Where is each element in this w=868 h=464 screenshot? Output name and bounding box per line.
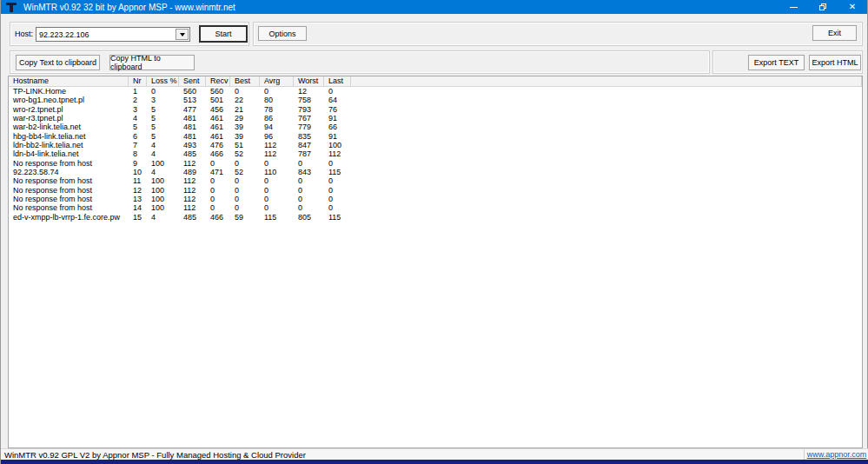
column-header-loss-[interactable]: Loss % [147, 76, 179, 86]
cell-value: 477 [179, 105, 206, 114]
table-row[interactable]: war-b2-link.telia.net55481461399477966 [9, 123, 862, 131]
column-header-recv[interactable]: Recv [206, 76, 230, 86]
host-dropdown-button[interactable] [176, 29, 189, 40]
column-header-sent[interactable]: Sent [179, 76, 206, 86]
cell-value: 560 [206, 87, 230, 96]
table-row[interactable]: TP-LINK.Home1056056000120 [9, 87, 862, 96]
cell-value: 15 [129, 213, 147, 222]
cell-value: 513 [179, 96, 206, 104]
column-header-nr[interactable]: Nr [129, 76, 147, 86]
cell-value: 0 [230, 87, 260, 96]
cell-value: 12 [294, 87, 324, 96]
column-header-hostname[interactable]: Hostname [9, 76, 129, 86]
cell-hostname: No response from host [9, 203, 129, 212]
cell-hostname: ed-v-xmpp-lb-vrrp-1.fe.core.pw [9, 213, 129, 222]
export-html-button[interactable]: Export HTML [809, 55, 861, 70]
appnor-link[interactable]: www.appnor.com [807, 450, 867, 459]
copy-text-button[interactable]: Copy Text to clipboard [16, 55, 100, 70]
table-row[interactable]: No response from host1410011200000 [9, 203, 862, 212]
cell-value: 0 [260, 159, 294, 168]
cell-value: 476 [206, 141, 230, 149]
table-row[interactable]: 92.223.58.7410448947152110843115 [9, 168, 862, 176]
cell-value: 10 [129, 168, 147, 176]
cell-value: 0 [147, 87, 179, 96]
column-header-best[interactable]: Best [230, 76, 260, 86]
cell-value: 481 [179, 114, 206, 123]
cell-value: 779 [294, 123, 324, 131]
restore-icon [819, 3, 826, 10]
table-row[interactable]: wro-bg1.neo.tpnet.pl23513501228075864 [9, 96, 862, 104]
start-button[interactable]: Start [199, 25, 248, 43]
cell-value: 0 [260, 203, 294, 212]
cell-value: 461 [206, 123, 230, 131]
restore-button[interactable] [808, 0, 838, 14]
column-header-worst[interactable]: Worst [294, 76, 324, 86]
statusbar-text: WinMTR v0.92 GPL V2 by Appnor MSP - Full… [1, 450, 804, 460]
host-input[interactable] [36, 28, 176, 41]
exit-button[interactable]: Exit [812, 25, 857, 41]
options-button[interactable]: Options [258, 26, 307, 41]
cell-value: 485 [179, 149, 206, 158]
cell-value: 501 [206, 96, 230, 104]
table-row[interactable]: wro-r2.tpnet.pl35477456217879376 [9, 105, 862, 114]
table-row[interactable]: No response from host1110011200000 [9, 176, 862, 185]
cell-value: 112 [179, 176, 206, 185]
cell-value: 489 [179, 168, 206, 176]
cell-value: 5 [147, 123, 179, 131]
chevron-down-icon [180, 33, 185, 36]
cell-value: 115 [324, 168, 351, 176]
table-row[interactable]: ldn-bb2-link.telia.net744934765111284710… [9, 141, 862, 149]
copy-html-button[interactable]: Copy HTML to clipboard [109, 55, 195, 70]
cell-value: 493 [179, 141, 206, 149]
table-row[interactable]: No response from host910011200000 [9, 159, 862, 168]
cell-hostname: wro-r2.tpnet.pl [9, 105, 129, 114]
cell-hostname: TP-LINK.Home [9, 87, 129, 96]
cell-value: 6 [129, 132, 147, 141]
cell-value: 767 [294, 114, 324, 123]
cell-value: 51 [230, 141, 260, 149]
cell-value: 0 [324, 159, 351, 168]
cell-value: 461 [206, 114, 230, 123]
cell-value: 39 [230, 123, 260, 131]
cell-hostname: ldn-bb2-link.telia.net [9, 141, 129, 149]
minimize-button[interactable] [779, 0, 808, 14]
column-header-avrg[interactable]: Avrg [260, 76, 294, 86]
cell-value: 112 [179, 195, 206, 203]
cell-value: 4 [147, 213, 179, 222]
cell-value: 466 [206, 149, 230, 158]
window-title: WinMTR v0.92 32 bit by Appnor MSP - www.… [23, 3, 235, 12]
table-row[interactable]: No response from host1210011200000 [9, 186, 862, 195]
cell-value: 758 [294, 96, 324, 104]
host-combobox[interactable] [36, 27, 190, 42]
cell-value: 91 [324, 114, 351, 123]
cell-value: 0 [324, 195, 351, 203]
table-row[interactable]: war-r3.tpnet.pl45481461298676791 [9, 114, 862, 123]
cell-value: 100 [147, 159, 179, 168]
cell-value: 0 [230, 186, 260, 195]
cell-value: 0 [230, 195, 260, 203]
cell-value: 0 [206, 203, 230, 212]
cell-value: 0 [206, 159, 230, 168]
cell-value: 3 [147, 96, 179, 104]
table-row[interactable]: ldn-b4-link.telia.net8448546652112787112 [9, 149, 862, 158]
close-icon: ✕ [849, 3, 856, 11]
cell-value: 94 [260, 123, 294, 131]
cell-hostname: war-b2-link.telia.net [9, 123, 129, 131]
cell-value: 7 [129, 141, 147, 149]
cell-value: 0 [294, 186, 324, 195]
statusbar: WinMTR v0.92 GPL V2 by Appnor MSP - Full… [1, 448, 868, 460]
cell-value: 0 [260, 186, 294, 195]
cell-value: 560 [179, 87, 206, 96]
table-row[interactable]: hbg-bb4-link.telia.net65481461399683591 [9, 132, 862, 141]
cell-value: 793 [294, 105, 324, 114]
table-row[interactable]: No response from host1310011200000 [9, 195, 862, 203]
window-bottom-border [1, 460, 868, 464]
cell-value: 0 [206, 195, 230, 203]
close-button[interactable]: ✕ [838, 0, 867, 14]
export-text-button[interactable]: Export TEXT [748, 55, 805, 70]
cell-value: 12 [129, 186, 147, 195]
cell-hostname: No response from host [9, 159, 129, 168]
cell-value: 5 [129, 123, 147, 131]
column-header-last[interactable]: Last [324, 76, 351, 86]
table-row[interactable]: ed-v-xmpp-lb-vrrp-1.fe.core.pw1544854665… [9, 213, 862, 222]
